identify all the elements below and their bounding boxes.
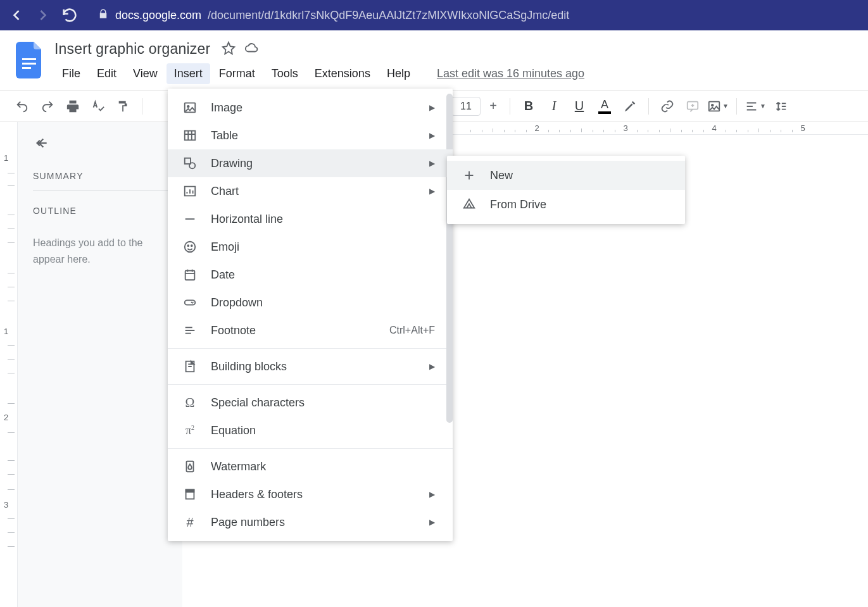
spellcheck-button[interactable] xyxy=(87,96,109,117)
browser-reload-button[interactable] xyxy=(61,6,79,24)
chart-icon xyxy=(183,184,197,198)
insert-table[interactable]: Table ▶ xyxy=(168,122,453,149)
menu-view[interactable]: View xyxy=(125,63,165,84)
italic-button[interactable]: I xyxy=(543,96,565,117)
add-comment-button[interactable] xyxy=(682,96,703,117)
equation-icon: π2 xyxy=(183,424,197,437)
insert-horizontal-line[interactable]: Horizontal line xyxy=(168,205,453,233)
document-title[interactable]: Insert graphic organizer xyxy=(54,41,210,58)
summary-heading: SUMMARY xyxy=(33,171,171,181)
menu-file[interactable]: File xyxy=(54,63,88,84)
submenu-arrow-icon: ▶ xyxy=(429,159,435,168)
svg-rect-18 xyxy=(187,461,194,472)
browser-chrome: docs.google.com/document/d/1kdkrl7sNkQdF… xyxy=(0,0,868,30)
plus-icon xyxy=(462,168,476,182)
menu-bar: File Edit View Insert Format Tools Exten… xyxy=(54,61,584,86)
insert-special-characters[interactable]: Ω Special characters xyxy=(168,389,453,416)
dropdown-icon xyxy=(183,296,197,310)
vertical-ruler: 1 1 2 3 xyxy=(0,122,18,607)
svg-rect-15 xyxy=(186,271,195,280)
outline-placeholder: Headings you add to the appear here. xyxy=(33,235,171,267)
drawing-new[interactable]: New xyxy=(447,161,685,190)
date-icon xyxy=(183,268,197,282)
insert-date[interactable]: Date xyxy=(168,261,453,289)
emoji-icon xyxy=(183,240,197,254)
drawing-submenu: New From Drive xyxy=(447,156,685,224)
submenu-arrow-icon: ▶ xyxy=(429,518,435,527)
drawing-from-drive[interactable]: From Drive xyxy=(447,190,685,219)
menu-extensions[interactable]: Extensions xyxy=(307,63,378,84)
insert-dropdown[interactable]: Dropdown xyxy=(168,289,453,316)
insert-image[interactable]: Image ▶ xyxy=(168,94,453,122)
insert-building-blocks[interactable]: Building blocks ▶ xyxy=(168,353,453,380)
browser-back-button[interactable] xyxy=(8,6,25,24)
insert-menu-dropdown: Image ▶ Table ▶ Drawing ▶ Chart ▶ Horizo… xyxy=(168,89,453,541)
footnote-shortcut: Ctrl+Alt+F xyxy=(389,325,435,336)
text-color-button[interactable]: A xyxy=(594,96,615,117)
svg-point-5 xyxy=(712,104,714,106)
menu-format[interactable]: Format xyxy=(211,63,263,84)
table-icon xyxy=(183,128,197,142)
omega-icon: Ω xyxy=(183,396,197,410)
underline-button[interactable]: U xyxy=(569,96,590,117)
redo-button[interactable] xyxy=(37,96,58,117)
insert-chart[interactable]: Chart ▶ xyxy=(168,177,453,205)
image-icon xyxy=(183,101,197,115)
submenu-arrow-icon: ▶ xyxy=(429,131,435,140)
lock-icon xyxy=(97,8,109,23)
svg-point-7 xyxy=(187,106,189,108)
undo-button[interactable] xyxy=(11,96,33,117)
insert-headers-footers[interactable]: Headers & footers ▶ xyxy=(168,480,453,508)
insert-equation[interactable]: π2 Equation xyxy=(168,416,453,444)
svg-point-10 xyxy=(189,163,195,168)
submenu-arrow-icon: ▶ xyxy=(429,103,435,112)
print-button[interactable] xyxy=(62,96,84,117)
insert-link-button[interactable] xyxy=(657,96,678,117)
highlight-button[interactable] xyxy=(619,96,641,117)
svg-rect-9 xyxy=(185,158,191,164)
app-header: Insert graphic organizer File Edit View … xyxy=(0,30,868,91)
submenu-arrow-icon: ▶ xyxy=(429,362,435,371)
collapse-outline-button[interactable] xyxy=(33,135,171,153)
insert-image-button[interactable]: ▼ xyxy=(707,96,729,117)
menu-insert[interactable]: Insert xyxy=(167,63,210,84)
watermark-icon xyxy=(183,460,197,473)
browser-forward-button[interactable] xyxy=(34,6,52,24)
svg-point-14 xyxy=(191,245,192,246)
svg-rect-20 xyxy=(186,490,194,492)
menu-tools[interactable]: Tools xyxy=(264,63,306,84)
drawing-icon xyxy=(183,156,197,170)
submenu-arrow-icon: ▶ xyxy=(429,490,435,499)
paint-format-button[interactable] xyxy=(113,96,134,117)
svg-rect-1 xyxy=(22,63,36,65)
insert-page-numbers[interactable]: # Page numbers ▶ xyxy=(168,508,453,536)
font-size-input[interactable]: 11 xyxy=(451,97,481,116)
menu-edit[interactable]: Edit xyxy=(89,63,124,84)
insert-emoji[interactable]: Emoji xyxy=(168,233,453,261)
insert-drawing[interactable]: Drawing ▶ xyxy=(168,149,453,177)
insert-footnote[interactable]: Footnote Ctrl+Alt+F xyxy=(168,316,453,344)
align-button[interactable]: ▼ xyxy=(745,96,766,117)
line-spacing-button[interactable] xyxy=(770,96,791,117)
headers-footers-icon xyxy=(183,487,197,501)
svg-rect-8 xyxy=(185,131,196,141)
svg-rect-0 xyxy=(22,58,36,60)
font-size-increase[interactable]: + xyxy=(484,97,502,115)
menu-help[interactable]: Help xyxy=(379,63,418,84)
url-host: docs.google.com xyxy=(115,9,201,22)
url-path: /document/d/1kdkrl7sNkQdF9AeuAAlJtZt7zMl… xyxy=(208,9,569,22)
docs-logo-icon[interactable] xyxy=(15,41,44,80)
page-numbers-icon: # xyxy=(183,515,197,530)
outline-heading: OUTLINE xyxy=(33,206,171,216)
svg-rect-2 xyxy=(22,67,31,69)
svg-point-12 xyxy=(185,242,196,253)
insert-watermark[interactable]: Watermark xyxy=(168,453,453,480)
bold-button[interactable]: B xyxy=(518,96,539,117)
footnote-icon xyxy=(183,323,197,337)
drive-icon xyxy=(462,197,476,211)
address-bar[interactable]: docs.google.com/document/d/1kdkrl7sNkQdF… xyxy=(87,8,860,23)
building-blocks-icon xyxy=(183,360,197,373)
last-edit-link[interactable]: Last edit was 16 minutes ago xyxy=(437,67,584,80)
star-icon[interactable] xyxy=(222,41,236,57)
cloud-saved-icon[interactable] xyxy=(244,41,258,57)
